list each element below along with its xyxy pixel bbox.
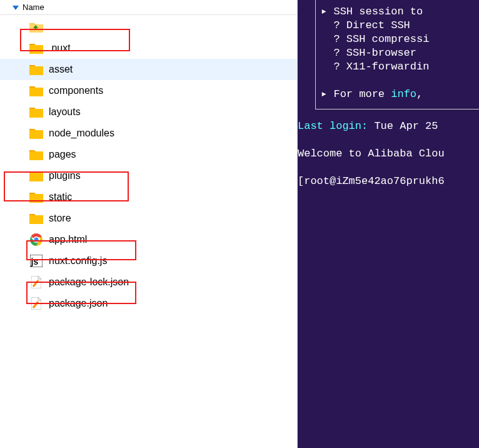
terminal-panel[interactable]: ▸ SSH session to ? Direct SSH ? SSH comp…: [298, 0, 479, 448]
term-text: Tue Apr 25: [368, 120, 444, 132]
svg-text:js: js: [31, 257, 39, 267]
tree-item-label: layouts: [49, 106, 81, 118]
svg-point-13: [34, 238, 38, 242]
tree-item-parent[interactable]: ..: [0, 16, 297, 38]
folder-icon: [29, 191, 44, 203]
tree-header[interactable]: Name: [0, 0, 297, 15]
term-text: ? Direct SSH: [321, 19, 479, 33]
file-icon: [29, 276, 44, 288]
term-blank: [321, 74, 479, 88]
tree-item-static[interactable]: static: [0, 186, 297, 208]
tree-item-label: store: [49, 213, 71, 224]
term-text: ,: [416, 88, 429, 100]
term-blank: [298, 161, 479, 175]
term-text: ? SSH compressi: [321, 33, 479, 46]
folder-icon: [29, 84, 44, 97]
svg-rect-9: [29, 194, 43, 203]
svg-rect-3: [29, 66, 43, 75]
tree-item-package-lock[interactable]: package-lock.json: [0, 272, 297, 293]
tree-item-label: app.html: [49, 234, 87, 245]
tree-item-label: .nuxt: [49, 43, 71, 54]
term-text: SSH session to: [333, 6, 429, 18]
file-icon: [29, 297, 44, 310]
term-welcome: Welcome to Alibaba Clou: [298, 147, 479, 161]
file-tree: .. .nuxt asset components layouts: [0, 15, 297, 314]
tree-item-label: asset: [49, 64, 73, 75]
folder-icon: [29, 170, 44, 182]
terminal-info-box: ▸ SSH session to ? Direct SSH ? SSH comp…: [315, 0, 479, 109]
svg-rect-10: [29, 215, 43, 224]
folder-icon: [29, 63, 44, 76]
tree-item-nuxt[interactable]: .nuxt: [0, 38, 297, 59]
bullet-icon: ▸: [321, 6, 333, 18]
folder-icon: [29, 212, 44, 225]
tree-item-asset[interactable]: asset: [0, 59, 297, 80]
file-tree-panel: Name .. .nuxt asset components: [0, 0, 298, 448]
tree-item-label: static: [49, 191, 72, 203]
term-link: info: [391, 88, 416, 100]
term-text: ? SSH-browser: [321, 46, 479, 60]
tree-item-label: plugins: [49, 170, 81, 181]
tree-item-label: package.json: [49, 298, 108, 309]
tree-item-label: node_modules: [49, 128, 114, 139]
term-label: Last login:: [298, 120, 368, 132]
js-file-icon: js: [29, 255, 44, 267]
parent-folder-icon: [29, 21, 44, 33]
tree-item-layouts[interactable]: layouts: [0, 101, 297, 123]
tree-item-plugins[interactable]: plugins: [0, 165, 297, 186]
svg-rect-2: [29, 45, 43, 54]
svg-marker-0: [13, 6, 19, 10]
terminal-output: Last login: Tue Apr 25 Welcome to Alibab…: [298, 120, 479, 188]
tree-item-label: nuxt.config.js: [49, 255, 107, 267]
folder-icon: [29, 127, 44, 140]
tree-item-label: package-lock.json: [49, 277, 129, 288]
term-last-login: Last login: Tue Apr 25: [298, 120, 479, 133]
chrome-icon: [29, 233, 44, 246]
tree-item-nuxt-config[interactable]: js nuxt.config.js: [0, 250, 297, 272]
folder-icon: [29, 106, 44, 118]
term-prompt[interactable]: [root@iZm5e42ao76prukh6: [298, 175, 479, 188]
tree-item-node-modules[interactable]: node_modules: [0, 123, 297, 144]
term-text: For more: [333, 88, 391, 100]
svg-rect-5: [29, 109, 43, 118]
column-name: Name: [23, 3, 44, 12]
tree-item-label: pages: [49, 149, 76, 160]
term-blank: [298, 133, 479, 147]
tree-item-components[interactable]: components: [0, 80, 297, 101]
tree-item-label: ..: [49, 21, 54, 33]
chevron-down-icon: [13, 4, 19, 11]
tree-item-label: components: [49, 85, 103, 96]
svg-rect-7: [29, 151, 43, 160]
tree-item-app-html[interactable]: app.html: [0, 229, 297, 250]
term-text: ? X11-forwardin: [321, 60, 479, 74]
tree-item-pages[interactable]: pages: [0, 144, 297, 165]
bullet-icon: ▸: [321, 88, 333, 100]
tree-item-package-json[interactable]: package.json: [0, 293, 297, 314]
svg-rect-4: [29, 88, 43, 96]
tree-item-store[interactable]: store: [0, 208, 297, 229]
svg-rect-8: [29, 173, 43, 181]
folder-icon: [29, 148, 44, 161]
folder-icon: [29, 42, 44, 54]
svg-rect-6: [29, 130, 43, 139]
